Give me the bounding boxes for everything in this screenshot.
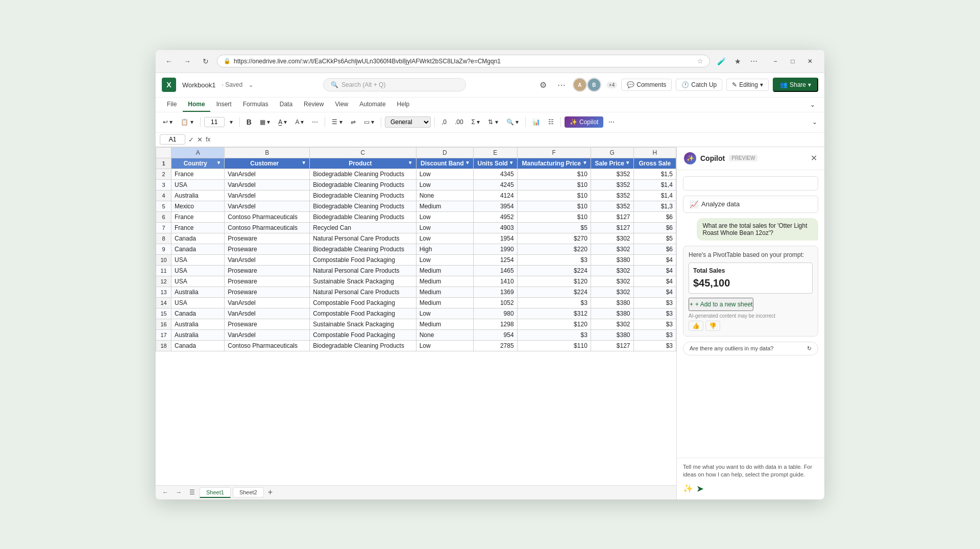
table-row[interactable]: 2 France VanArsdel Biodegradable Cleanin…: [156, 169, 676, 179]
cell-discount[interactable]: Low: [416, 340, 473, 351]
cancel-icon[interactable]: ✕: [197, 136, 203, 144]
cell-customer[interactable]: VanArsdel: [225, 201, 310, 211]
table-row[interactable]: 13 Australia Proseware Natural Personal …: [156, 287, 676, 297]
cell-sale-price[interactable]: $302: [591, 233, 633, 244]
close-button[interactable]: ✕: [802, 54, 818, 68]
table-row[interactable]: 17 Australia VanArsdel Compostable Food …: [156, 329, 676, 340]
table-row[interactable]: 3 USA VanArsdel Biodegradable Cleaning P…: [156, 179, 676, 190]
cell-units[interactable]: 954: [473, 329, 517, 340]
sheet-menu[interactable]: ☰: [186, 487, 198, 498]
cell-discount[interactable]: None: [416, 190, 473, 201]
wrap-button[interactable]: ⇌: [348, 117, 359, 127]
table-row[interactable]: 15 Canada VanArsdel Compostable Food Pac…: [156, 308, 676, 319]
col-header-a[interactable]: A: [172, 147, 225, 158]
cell-product[interactable]: Biodegradable Cleaning Products: [310, 201, 416, 211]
cell-customer[interactable]: Proseware: [225, 319, 310, 329]
copilot-close-button[interactable]: ✕: [811, 153, 817, 163]
favorites-icon[interactable]: ★: [730, 54, 745, 68]
sheet-tab-1[interactable]: Sheet1: [200, 487, 231, 498]
cell-country[interactable]: Canada: [172, 308, 225, 319]
cell-product[interactable]: Sustainable Snack Packaging: [310, 319, 416, 329]
cell-sale-price[interactable]: $127: [591, 222, 633, 233]
paste-button[interactable]: 📋 ▾: [178, 117, 196, 127]
header-discount[interactable]: Discount Band ▼: [416, 158, 473, 169]
cell-mfg-price[interactable]: $120: [517, 276, 591, 287]
borders-button[interactable]: ▦ ▾: [257, 117, 273, 127]
cell-country[interactable]: USA: [172, 276, 225, 287]
cell-gross[interactable]: $4: [633, 265, 676, 276]
tab-review[interactable]: Review: [299, 98, 329, 112]
cell-customer[interactable]: Proseware: [225, 265, 310, 276]
cell-customer[interactable]: Proseware: [225, 287, 310, 297]
tab-home[interactable]: Home: [183, 98, 210, 112]
add-sheet-button[interactable]: +: [266, 488, 275, 497]
align-button[interactable]: ☰ ▾: [329, 117, 345, 127]
cell-country[interactable]: Mexico: [172, 201, 225, 211]
cell-sale-price[interactable]: $380: [591, 254, 633, 265]
more-icon[interactable]: ⋯: [747, 54, 761, 68]
catchup-button[interactable]: 🕐 Catch Up: [676, 79, 722, 91]
share-button[interactable]: 👥 Share ▾: [773, 78, 818, 92]
cell-units[interactable]: 4124: [473, 190, 517, 201]
cell-sale-price[interactable]: $380: [591, 308, 633, 319]
cell-sale-price[interactable]: $127: [591, 211, 633, 222]
col-header-d[interactable]: D: [416, 147, 473, 158]
cell-sale-price[interactable]: $302: [591, 265, 633, 276]
table-row[interactable]: 5 Mexico VanArsdel Biodegradable Cleanin…: [156, 201, 676, 211]
cell-discount[interactable]: Medium: [416, 276, 473, 287]
table-row[interactable]: 6 France Contoso Pharmaceuticals Biodegr…: [156, 211, 676, 222]
cell-product[interactable]: Compostable Food Packaging: [310, 254, 416, 265]
cell-gross[interactable]: $1,3: [633, 201, 676, 211]
cell-product[interactable]: Sustainable Snack Packaging: [310, 276, 416, 287]
cell-gross[interactable]: $6: [633, 211, 676, 222]
forward-button[interactable]: →: [180, 54, 194, 68]
header-sale[interactable]: Sale Price ▼: [591, 158, 633, 169]
cell-customer[interactable]: VanArsdel: [225, 308, 310, 319]
table-row[interactable]: 11 USA Proseware Natural Personal Care P…: [156, 265, 676, 276]
cell-country[interactable]: USA: [172, 297, 225, 308]
cell-mfg-price[interactable]: $10: [517, 179, 591, 190]
cell-sale-price[interactable]: $352: [591, 169, 633, 179]
cell-units[interactable]: 1052: [473, 297, 517, 308]
cell-units[interactable]: 980: [473, 308, 517, 319]
cell-gross[interactable]: $3: [633, 329, 676, 340]
cell-product[interactable]: Recycled Can: [310, 222, 416, 233]
cell-discount[interactable]: Medium: [416, 297, 473, 308]
cell-country[interactable]: Canada: [172, 233, 225, 244]
cell-units[interactable]: 1465: [473, 265, 517, 276]
cell-country[interactable]: France: [172, 169, 225, 179]
cell-discount[interactable]: Low: [416, 211, 473, 222]
cell-customer[interactable]: VanArsdel: [225, 190, 310, 201]
cell-discount[interactable]: Low: [416, 169, 473, 179]
header-mfg[interactable]: Manufacturing Price ▼: [517, 158, 591, 169]
tab-data[interactable]: Data: [275, 98, 298, 112]
cell-units[interactable]: 4903: [473, 222, 517, 233]
cell-sale-price[interactable]: $352: [591, 201, 633, 211]
fill-color-button[interactable]: A̲ ▾: [275, 117, 290, 127]
bold-button[interactable]: B: [243, 116, 255, 128]
cell-product[interactable]: Natural Personal Care Products: [310, 265, 416, 276]
cell-sale-price[interactable]: $352: [591, 190, 633, 201]
col-header-e[interactable]: E: [473, 147, 517, 158]
undo-button[interactable]: ↩ ▾: [160, 117, 176, 127]
cell-country[interactable]: Australia: [172, 319, 225, 329]
sheet-nav-right[interactable]: →: [173, 487, 184, 498]
expand-btn[interactable]: ⌄: [809, 117, 820, 127]
col-header-b[interactable]: B: [225, 147, 310, 158]
cell-sale-price[interactable]: $352: [591, 179, 633, 190]
cell-mfg-price[interactable]: $5: [517, 222, 591, 233]
minimize-button[interactable]: −: [767, 54, 783, 68]
cell-sale-price[interactable]: $380: [591, 297, 633, 308]
sheet-tab-2[interactable]: Sheet2: [233, 487, 264, 497]
cell-country[interactable]: USA: [172, 179, 225, 190]
cell-mfg-price[interactable]: $110: [517, 340, 591, 351]
cell-gross[interactable]: $5: [633, 233, 676, 244]
cell-mfg-price[interactable]: $312: [517, 308, 591, 319]
cell-discount[interactable]: Medium: [416, 265, 473, 276]
header-units[interactable]: Units Sold ▼: [473, 158, 517, 169]
ribbon-more-button[interactable]: ⋯: [605, 117, 618, 127]
format-select[interactable]: General Number Currency: [385, 116, 431, 128]
col-header-c[interactable]: C: [310, 147, 416, 158]
cell-customer[interactable]: Proseware: [225, 276, 310, 287]
cell-mfg-price[interactable]: $220: [517, 244, 591, 254]
